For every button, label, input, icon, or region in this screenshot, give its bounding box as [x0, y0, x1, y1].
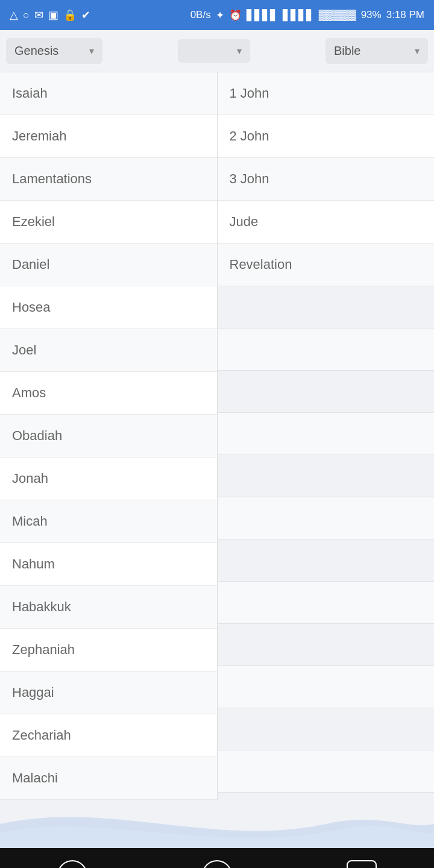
translation-dropdown-chevron: ▾: [415, 45, 420, 57]
list-item[interactable]: 1 John: [218, 72, 435, 115]
list-item[interactable]: Zephaniah: [0, 629, 217, 671]
book-dropdown[interactable]: Genesis ▾: [6, 38, 102, 64]
list-item[interactable]: Joel: [0, 329, 217, 372]
recents-button[interactable]: ⬚: [347, 860, 377, 868]
shield-icon: ○: [23, 9, 30, 22]
back-button[interactable]: ↩: [57, 860, 87, 868]
book-dropdown-chevron: ▾: [89, 45, 94, 57]
book-name: Joel: [12, 342, 36, 358]
list-item[interactable]: Ezekiel: [0, 201, 217, 244]
list-item-empty: [218, 624, 435, 666]
book-name: 1 John: [230, 86, 269, 101]
list-item-empty: [218, 371, 435, 413]
book-list-container: IsaiahJeremiahLamentationsEzekielDanielH…: [0, 72, 434, 800]
book-name: Jeremiah: [12, 128, 66, 144]
notification-icon: △: [10, 8, 18, 22]
lock-icon: 🔒: [63, 8, 77, 22]
alarm-icon: ⏰: [229, 9, 242, 22]
list-item[interactable]: Zechariah: [0, 714, 217, 757]
book-name: Habakkuk: [12, 599, 71, 615]
list-item[interactable]: 2 John: [218, 115, 435, 158]
network-speed: 0B/s: [190, 9, 211, 21]
screenshot-icon: ▣: [48, 8, 58, 22]
list-item[interactable]: Malachi: [0, 757, 217, 800]
battery-percent: 93%: [361, 9, 382, 21]
list-item[interactable]: Amos: [0, 372, 217, 415]
status-left-icons: △ ○ ✉ ▣ 🔒 ✔: [10, 8, 90, 22]
nav-bar: ↩ ○ ⬚: [0, 848, 434, 868]
list-item[interactable]: Hosea: [0, 286, 217, 329]
header: Genesis ▾ ▾ Bible ▾: [0, 30, 434, 72]
mail-icon: ✉: [34, 8, 43, 22]
list-item[interactable]: Jude: [218, 201, 435, 244]
book-name: Nahum: [12, 556, 55, 572]
list-item[interactable]: Habakkuk: [0, 586, 217, 629]
right-column: 1 John2 John3 JohnJudeRevelation: [218, 72, 435, 800]
book-name: 2 John: [230, 128, 269, 144]
list-item[interactable]: Micah: [0, 500, 217, 543]
clock: 3:18 PM: [386, 9, 424, 21]
wave-decoration: [0, 800, 434, 848]
book-name: Daniel: [12, 257, 49, 272]
book-name: Jude: [230, 214, 259, 230]
list-item[interactable]: Lamentations: [0, 158, 217, 201]
list-item[interactable]: Haggai: [0, 671, 217, 714]
status-bar: △ ○ ✉ ▣ 🔒 ✔ 0B/s ✦ ⏰ ▋▋▋▋ ▋▋▋▋ ▓▓▓▓▓ 93%…: [0, 0, 434, 30]
list-item[interactable]: Nahum: [0, 543, 217, 586]
chapter-dropdown[interactable]: ▾: [178, 39, 250, 63]
list-item-empty: [218, 708, 435, 750]
book-name: Micah: [12, 514, 48, 529]
list-item[interactable]: Jeremiah: [0, 115, 217, 158]
list-item[interactable]: 3 John: [218, 158, 435, 201]
book-name: Obadiah: [12, 428, 62, 444]
book-name: Jonah: [12, 471, 48, 486]
list-item[interactable]: Daniel: [0, 244, 217, 286]
list-item-empty: [218, 286, 435, 329]
list-item-empty: [218, 666, 435, 708]
left-column: IsaiahJeremiahLamentationsEzekielDanielH…: [0, 72, 218, 800]
list-item[interactable]: Jonah: [0, 458, 217, 500]
book-name: 3 John: [230, 171, 269, 187]
list-item-empty: [218, 497, 435, 539]
bluetooth-icon: ✦: [216, 9, 224, 22]
home-button[interactable]: ○: [202, 860, 232, 868]
list-item[interactable]: Revelation: [218, 244, 435, 286]
check-icon: ✔: [81, 8, 90, 22]
translation-dropdown[interactable]: Bible ▾: [326, 38, 428, 64]
book-name: Zechariah: [12, 728, 71, 743]
book-name: Isaiah: [12, 86, 48, 101]
book-name: Zephaniah: [12, 642, 75, 658]
battery-icon: ▓▓▓▓▓: [319, 9, 356, 21]
list-item-empty: [218, 455, 435, 497]
chapter-dropdown-chevron: ▾: [237, 45, 242, 57]
list-item-empty: [218, 329, 435, 371]
list-item-empty: [218, 582, 435, 624]
signal-bars: ▋▋▋▋: [247, 9, 278, 22]
book-name: Revelation: [230, 257, 292, 272]
book-name: Amos: [12, 385, 46, 401]
signal-bars-2: ▋▋▋▋: [283, 9, 314, 22]
list-item[interactable]: Obadiah: [0, 415, 217, 458]
list-item-empty: [218, 750, 435, 793]
status-right-info: 0B/s ✦ ⏰ ▋▋▋▋ ▋▋▋▋ ▓▓▓▓▓ 93% 3:18 PM: [190, 9, 424, 22]
book-name: Hosea: [12, 300, 51, 315]
list-item[interactable]: Isaiah: [0, 72, 217, 115]
book-name: Lamentations: [12, 171, 92, 187]
book-name: Ezekiel: [12, 214, 55, 230]
list-item-empty: [218, 413, 435, 455]
book-name: Haggai: [12, 685, 54, 700]
list-item-empty: [218, 539, 435, 582]
translation-dropdown-label: Bible: [334, 44, 360, 58]
book-dropdown-label: Genesis: [14, 44, 58, 58]
book-name: Malachi: [12, 770, 58, 786]
